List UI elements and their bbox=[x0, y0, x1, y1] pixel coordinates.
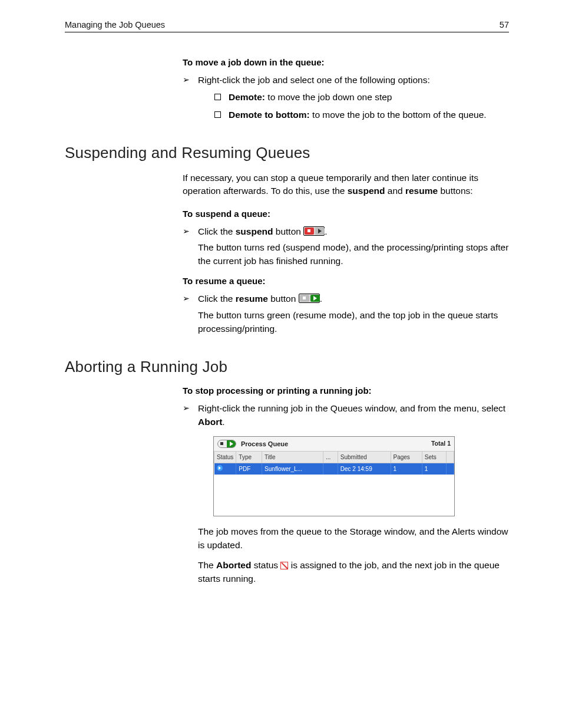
section-move-down: To move a job down in the queue: Right-c… bbox=[183, 57, 509, 121]
cell-more bbox=[323, 463, 338, 475]
cell-type: PDF bbox=[236, 463, 262, 475]
steps-move-down: Right-click the job and select one of th… bbox=[183, 73, 509, 121]
running-status-icon bbox=[217, 465, 223, 471]
resume-result: The button turns green (resume mode), an… bbox=[198, 308, 509, 336]
subhead-move-down: To move a job down in the queue: bbox=[183, 57, 509, 67]
document-page: Managing the Job Queues 57 To move a job… bbox=[0, 0, 562, 627]
col-submitted: Submitted bbox=[338, 452, 391, 463]
step-click-resume: Click the resume button . The button tur… bbox=[183, 292, 509, 335]
header-title: Managing the Job Queues bbox=[65, 20, 165, 29]
col-pages: Pages bbox=[391, 452, 422, 463]
col-more: ... bbox=[323, 452, 338, 463]
suspend-button-icon bbox=[303, 226, 325, 236]
cell-status bbox=[214, 463, 236, 475]
intro-suspend: If necessary, you can stop a queue tempo… bbox=[183, 172, 509, 198]
option-demote-bottom: Demote to bottom: to move the job to the… bbox=[213, 108, 509, 121]
subhead-resume: To resume a queue: bbox=[183, 276, 509, 286]
step-click-suspend: Click the suspend button . The button tu… bbox=[183, 225, 509, 268]
table-header-row: Status Type Title ... Submitted Pages Se… bbox=[214, 452, 454, 463]
col-status: Status bbox=[214, 452, 236, 463]
abort-result-2: The Aborted status is assigned to the jo… bbox=[198, 558, 509, 586]
option-demote: Demote: to move the job down one step bbox=[213, 90, 509, 104]
subhead-suspend: To suspend a queue: bbox=[183, 209, 509, 219]
col-sets: Sets bbox=[422, 452, 446, 463]
steps-resume: Click the resume button . The button tur… bbox=[183, 292, 509, 335]
process-queue-titlebar: Process Queue Total 1 bbox=[214, 437, 454, 452]
cell-submitted: Dec 2 14:59 bbox=[338, 463, 391, 475]
running-header: Managing the Job Queues 57 bbox=[65, 20, 509, 32]
steps-suspend: Click the suspend button . The button tu… bbox=[183, 225, 509, 268]
process-queue-window: Process Queue Total 1 Status Type Title … bbox=[213, 436, 455, 517]
cell-blank bbox=[447, 463, 454, 475]
process-queue-table: Status Type Title ... Submitted Pages Se… bbox=[214, 451, 454, 475]
cell-pages: 1 bbox=[391, 463, 422, 475]
suspend-result: The button turns red (suspend mode), and… bbox=[198, 241, 509, 268]
col-type: Type bbox=[236, 452, 262, 463]
section-suspend-resume: If necessary, you can stop a queue tempo… bbox=[183, 172, 509, 335]
heading-abort: Aborting a Running Job bbox=[65, 358, 509, 376]
process-queue-total: Total 1 bbox=[431, 439, 451, 449]
cell-sets: 1 bbox=[422, 463, 446, 475]
section-abort: To stop processing or printing a running… bbox=[183, 386, 509, 585]
steps-abort: Right-click the running job in the Queue… bbox=[183, 401, 509, 585]
resume-button-icon bbox=[299, 294, 320, 303]
subhead-abort: To stop processing or printing a running… bbox=[183, 386, 509, 396]
cell-title: Sunflower_L... bbox=[262, 463, 323, 475]
aborted-status-icon bbox=[280, 562, 288, 569]
step-abort-rightclick: Right-click the running job in the Queue… bbox=[183, 401, 509, 585]
process-queue-empty-area bbox=[214, 475, 454, 516]
col-title: Title bbox=[262, 452, 323, 463]
step-move-rightclick: Right-click the job and select one of th… bbox=[183, 73, 509, 121]
page-number: 57 bbox=[500, 20, 509, 29]
heading-suspend-resume: Suspending and Resuming Queues bbox=[65, 144, 509, 162]
process-queue-title: Process Queue bbox=[241, 439, 288, 449]
col-blank bbox=[447, 452, 454, 463]
table-row: PDF Sunflower_L... Dec 2 14:59 1 1 bbox=[214, 463, 454, 475]
options-demote: Demote: to move the job down one step De… bbox=[213, 90, 509, 121]
queue-toggle-icon bbox=[217, 440, 236, 448]
abort-result-1: The job moves from the queue to the Stor… bbox=[198, 525, 509, 552]
